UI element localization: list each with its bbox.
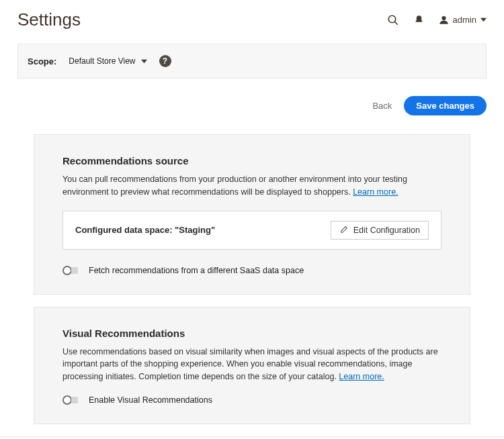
scope-label: Scope: — [28, 56, 56, 66]
svg-point-0 — [388, 15, 396, 23]
visual-learn-more-link[interactable]: Learn more. — [339, 372, 384, 381]
visual-toggle-label: Enable Visual Recommendations — [89, 395, 212, 405]
chevron-down-icon — [141, 58, 147, 64]
svg-point-2 — [442, 16, 446, 20]
rec-source-learn-more-link[interactable]: Learn more. — [353, 187, 398, 197]
visual-desc: Use recommendations based on visual simi… — [62, 346, 442, 383]
toggle-track — [71, 397, 78, 403]
recommendations-source-panel: Recommendations source You can pull reco… — [34, 134, 470, 295]
header-icons: admin — [387, 14, 487, 26]
bottom-divider — [0, 436, 504, 437]
visual-toggle[interactable] — [62, 395, 78, 405]
back-link[interactable]: Back — [372, 101, 392, 111]
rec-source-desc: You can pull recommendations from your p… — [62, 173, 442, 199]
rec-source-title: Recommendations source — [62, 155, 442, 166]
user-icon — [439, 15, 449, 25]
chevron-down-icon — [480, 17, 487, 23]
config-label: Configured data space: "Staging" — [75, 225, 215, 235]
admin-menu[interactable]: admin — [439, 15, 487, 25]
actions-row: Back Save changes — [0, 79, 504, 125]
toggle-knob — [62, 395, 72, 405]
admin-label: admin — [453, 15, 476, 25]
fetch-toggle-label: Fetch recommendations from a different S… — [89, 266, 304, 275]
visual-recommendations-panel: Visual Recommendations Use recommendatio… — [34, 307, 470, 424]
toggle-knob — [62, 266, 72, 275]
help-icon[interactable]: ? — [159, 55, 171, 67]
save-button[interactable]: Save changes — [404, 96, 487, 115]
bell-icon[interactable] — [414, 15, 424, 25]
edit-configuration-button[interactable]: Edit Configuration — [331, 221, 429, 240]
search-icon[interactable] — [387, 14, 399, 26]
fetch-toggle[interactable] — [62, 266, 78, 275]
visual-title: Visual Recommendations — [62, 328, 442, 339]
scope-bar: Scope: Default Store View ? — [17, 44, 487, 79]
pencil-icon — [339, 226, 348, 234]
toggle-track — [71, 267, 78, 274]
page-title: Settings — [17, 9, 81, 30]
scope-value: Default Store View — [69, 56, 135, 66]
edit-configuration-label: Edit Configuration — [353, 226, 420, 235]
config-card: Configured data space: "Staging" Edit Co… — [62, 211, 442, 250]
scope-select[interactable]: Default Store View — [69, 56, 146, 66]
visual-toggle-row: Enable Visual Recommendations — [62, 395, 442, 405]
svg-line-1 — [394, 21, 398, 25]
fetch-toggle-row: Fetch recommendations from a different S… — [62, 266, 442, 275]
